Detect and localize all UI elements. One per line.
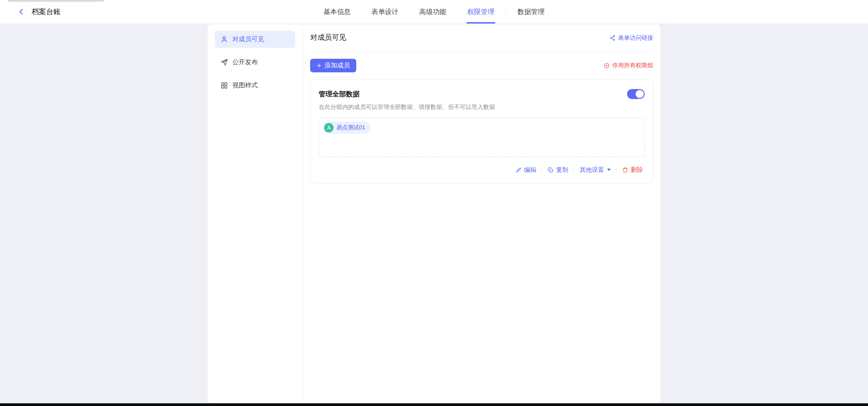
sidebar-item-public-publish[interactable]: 公开发布 — [215, 54, 295, 71]
action-divider — [542, 167, 542, 173]
trash-icon — [622, 167, 628, 173]
settings-panel: 对成员可见 公开发布 视图样式 对成员可见 — [208, 24, 660, 403]
edit-button[interactable]: 编辑 — [515, 166, 536, 174]
member-avatar-icon — [324, 123, 334, 132]
copy-label: 复制 — [556, 166, 568, 174]
member-tag[interactable]: 易点测试01 — [323, 122, 371, 134]
action-divider — [574, 167, 574, 173]
group-description: 在此分组内的成员可以管理全部数据、填报数据、但不可以导入数据 — [319, 103, 645, 111]
content-area: 对成员可见 公开发布 视图样式 对成员可见 — [0, 24, 868, 403]
toolbar: 添加成员 停用所有权限组 — [310, 52, 653, 80]
sidebar-item-label: 视图样式 — [232, 81, 258, 90]
disable-all-permission-groups-button[interactable]: 停用所有权限组 — [604, 61, 653, 70]
sidebar-item-label: 公开发布 — [232, 58, 258, 66]
copy-button[interactable]: 复制 — [547, 166, 568, 174]
chevron-left-icon — [17, 8, 25, 16]
add-member-label: 添加成员 — [325, 61, 350, 70]
tab-advanced-features[interactable]: 高级功能 — [420, 0, 447, 24]
back-button[interactable] — [16, 7, 26, 17]
main-header: 对成员可见 表单访问链接 — [310, 24, 653, 52]
permission-main: 对成员可见 表单访问链接 添加成员 — [303, 24, 660, 403]
permission-sidebar: 对成员可见 公开发布 视图样式 — [208, 24, 303, 403]
top-bar: 档案台账 基本信息 表单设计 高级功能 权限管理 数据管理 — [0, 0, 868, 24]
sidebar-item-visible-to-members[interactable]: 对成员可见 — [215, 31, 295, 48]
bottom-edge-bar — [0, 403, 868, 406]
tab-bar: 基本信息 表单设计 高级功能 权限管理 数据管理 — [313, 0, 555, 24]
other-settings-label: 其他设置 — [580, 166, 604, 174]
member-list-box: 易点测试01 — [319, 118, 645, 157]
section-title: 对成员可见 — [310, 33, 346, 42]
card-header: 管理全部数据 — [319, 89, 645, 99]
group-enabled-toggle[interactable] — [627, 89, 645, 99]
disable-all-label: 停用所有权限组 — [612, 61, 653, 70]
card-action-bar: 编辑 复制 其他设置 — [319, 157, 645, 183]
permission-group-card: 管理全部数据 在此分组内的成员可以管理全部数据、填报数据、但不可以导入数据 易点… — [310, 80, 653, 183]
tab-permission-management[interactable]: 权限管理 — [467, 0, 495, 24]
pencil-icon — [515, 167, 522, 173]
disable-circle-icon — [604, 62, 610, 69]
plus-icon — [316, 63, 322, 68]
tab-data-management[interactable]: 数据管理 — [518, 0, 545, 24]
action-divider — [616, 167, 617, 173]
add-member-button[interactable]: 添加成员 — [310, 59, 356, 72]
group-title: 管理全部数据 — [319, 90, 359, 99]
caret-down-icon — [607, 169, 611, 171]
delete-label: 删除 — [631, 166, 643, 174]
user-icon — [220, 35, 228, 43]
tab-divider — [506, 9, 506, 15]
form-access-link-label: 表单访问链接 — [618, 34, 653, 42]
sidebar-item-label: 对成员可见 — [232, 35, 264, 43]
grid-icon — [220, 81, 228, 90]
share-icon — [609, 35, 616, 41]
member-name: 易点测试01 — [336, 124, 365, 132]
browser-tab-remnant — [8, 0, 104, 2]
page-title: 档案台账 — [32, 7, 61, 17]
edit-label: 编辑 — [524, 166, 536, 174]
delete-button[interactable]: 删除 — [622, 166, 643, 174]
send-icon — [220, 58, 228, 66]
form-access-link-button[interactable]: 表单访问链接 — [609, 34, 653, 42]
tab-basic-info[interactable]: 基本信息 — [324, 0, 351, 24]
other-settings-dropdown[interactable]: 其他设置 — [580, 166, 611, 174]
copy-icon — [547, 167, 554, 173]
tab-form-design[interactable]: 表单设计 — [372, 0, 399, 24]
sidebar-item-view-style[interactable]: 视图样式 — [215, 77, 295, 94]
